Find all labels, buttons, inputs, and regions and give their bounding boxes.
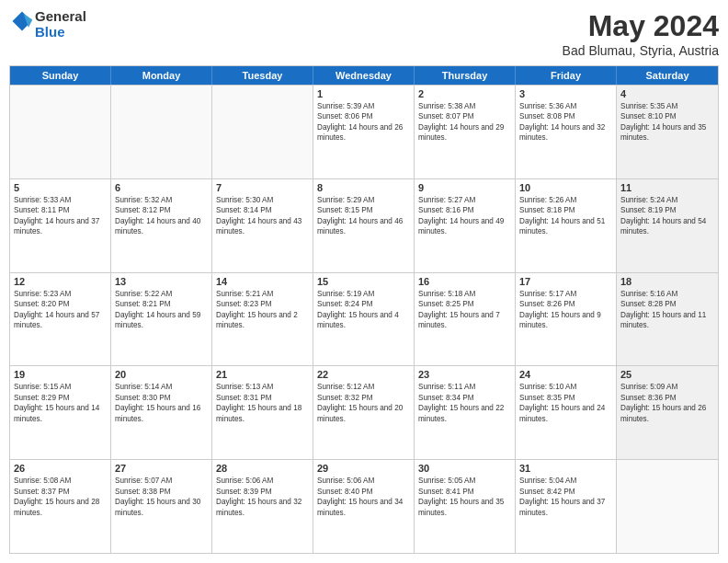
table-row (212, 86, 313, 178)
table-row (617, 460, 718, 553)
day-number: 3 (519, 88, 612, 99)
sunset-text: Sunset: 8:16 PM (418, 205, 511, 215)
table-row: 1Sunrise: 5:39 AMSunset: 8:06 PMDaylight… (313, 86, 415, 178)
calendar-header: SundayMondayTuesdayWednesdayThursdayFrid… (10, 66, 718, 85)
day-number: 13 (115, 276, 208, 287)
sunrise-text: Sunrise: 5:19 AM (317, 289, 410, 299)
sunrise-text: Sunrise: 5:13 AM (216, 382, 309, 392)
daylight-text: Daylight: 15 hours and 24 minutes. (519, 403, 612, 424)
sunrise-text: Sunrise: 5:33 AM (14, 195, 107, 205)
sunrise-text: Sunrise: 5:32 AM (115, 195, 208, 205)
sunrise-text: Sunrise: 5:15 AM (14, 382, 107, 392)
sunrise-text: Sunrise: 5:29 AM (317, 195, 410, 205)
day-number: 12 (14, 276, 107, 287)
daylight-text: Daylight: 15 hours and 16 minutes. (115, 403, 208, 424)
header-day-monday: Monday (111, 66, 212, 85)
sunset-text: Sunset: 8:38 PM (115, 487, 208, 497)
daylight-text: Daylight: 15 hours and 7 minutes. (418, 310, 511, 331)
day-number: 24 (519, 369, 612, 380)
day-number: 17 (519, 276, 612, 287)
header-day-friday: Friday (516, 66, 617, 85)
calendar-row-4: 19Sunrise: 5:15 AMSunset: 8:29 PMDayligh… (10, 365, 718, 459)
day-number: 15 (317, 276, 410, 287)
table-row: 11Sunrise: 5:24 AMSunset: 8:19 PMDayligh… (617, 179, 718, 272)
daylight-text: Daylight: 14 hours and 35 minutes. (620, 122, 714, 144)
sunset-text: Sunset: 8:06 PM (317, 111, 410, 121)
sunrise-text: Sunrise: 5:18 AM (418, 289, 511, 299)
sunrise-text: Sunrise: 5:17 AM (519, 289, 612, 299)
daylight-text: Daylight: 14 hours and 54 minutes. (620, 216, 714, 237)
calendar-row-5: 26Sunrise: 5:08 AMSunset: 8:37 PMDayligh… (10, 459, 718, 553)
sunset-text: Sunset: 8:42 PM (519, 487, 612, 497)
table-row: 10Sunrise: 5:26 AMSunset: 8:18 PMDayligh… (516, 179, 617, 272)
table-row: 30Sunrise: 5:05 AMSunset: 8:41 PMDayligh… (415, 460, 516, 553)
daylight-text: Daylight: 15 hours and 9 minutes. (519, 310, 612, 331)
table-row: 8Sunrise: 5:29 AMSunset: 8:15 PMDaylight… (313, 179, 415, 272)
table-row: 24Sunrise: 5:10 AMSunset: 8:35 PMDayligh… (516, 366, 617, 459)
sunrise-text: Sunrise: 5:11 AM (418, 382, 511, 392)
table-row: 20Sunrise: 5:14 AMSunset: 8:30 PMDayligh… (111, 366, 212, 459)
table-row: 21Sunrise: 5:13 AMSunset: 8:31 PMDayligh… (212, 366, 313, 459)
day-number: 6 (115, 182, 208, 193)
day-number: 19 (14, 369, 107, 380)
daylight-text: Daylight: 15 hours and 4 minutes. (317, 310, 410, 331)
day-number: 5 (14, 182, 107, 193)
daylight-text: Daylight: 15 hours and 14 minutes. (14, 403, 107, 424)
month-title: May 2024 (563, 9, 719, 43)
logo-line2: Blue (35, 25, 86, 40)
sunrise-text: Sunrise: 5:06 AM (216, 476, 309, 486)
daylight-text: Daylight: 15 hours and 18 minutes. (216, 403, 309, 424)
sunrise-text: Sunrise: 5:04 AM (519, 476, 612, 486)
header-day-wednesday: Wednesday (313, 66, 415, 85)
sunset-text: Sunset: 8:20 PM (14, 299, 107, 309)
daylight-text: Daylight: 14 hours and 51 minutes. (519, 216, 612, 237)
sunrise-text: Sunrise: 5:27 AM (418, 195, 511, 205)
table-row: 25Sunrise: 5:09 AMSunset: 8:36 PMDayligh… (617, 366, 718, 459)
sunset-text: Sunset: 8:28 PM (620, 299, 714, 309)
header-day-sunday: Sunday (10, 66, 111, 85)
daylight-text: Daylight: 14 hours and 29 minutes. (418, 122, 511, 144)
sunrise-text: Sunrise: 5:07 AM (115, 476, 208, 486)
table-row: 7Sunrise: 5:30 AMSunset: 8:14 PMDaylight… (212, 179, 313, 272)
day-number: 2 (418, 88, 511, 99)
table-row: 15Sunrise: 5:19 AMSunset: 8:24 PMDayligh… (313, 273, 415, 366)
day-number: 22 (317, 369, 410, 380)
sunrise-text: Sunrise: 5:14 AM (115, 382, 208, 392)
sunrise-text: Sunrise: 5:23 AM (14, 289, 107, 299)
sunset-text: Sunset: 8:15 PM (317, 205, 410, 215)
sunset-text: Sunset: 8:25 PM (418, 299, 511, 309)
daylight-text: Daylight: 15 hours and 11 minutes. (620, 310, 714, 331)
sunset-text: Sunset: 8:08 PM (519, 111, 612, 121)
sunset-text: Sunset: 8:30 PM (115, 393, 208, 403)
table-row: 12Sunrise: 5:23 AMSunset: 8:20 PMDayligh… (10, 273, 111, 366)
sunrise-text: Sunrise: 5:30 AM (216, 195, 309, 205)
calendar-row-2: 5Sunrise: 5:33 AMSunset: 8:11 PMDaylight… (10, 178, 718, 272)
sunset-text: Sunset: 8:35 PM (519, 393, 612, 403)
day-number: 26 (14, 463, 107, 474)
table-row: 17Sunrise: 5:17 AMSunset: 8:26 PMDayligh… (516, 273, 617, 366)
day-number: 23 (418, 369, 511, 380)
daylight-text: Daylight: 15 hours and 28 minutes. (14, 497, 107, 518)
sunset-text: Sunset: 8:24 PM (317, 299, 410, 309)
sunrise-text: Sunrise: 5:38 AM (418, 101, 511, 111)
calendar-row-3: 12Sunrise: 5:23 AMSunset: 8:20 PMDayligh… (10, 272, 718, 366)
sunrise-text: Sunrise: 5:39 AM (317, 101, 410, 111)
table-row: 22Sunrise: 5:12 AMSunset: 8:32 PMDayligh… (313, 366, 415, 459)
daylight-text: Daylight: 15 hours and 37 minutes. (519, 497, 612, 518)
sunset-text: Sunset: 8:40 PM (317, 487, 410, 497)
daylight-text: Daylight: 14 hours and 46 minutes. (317, 216, 410, 237)
sunrise-text: Sunrise: 5:12 AM (317, 382, 410, 392)
table-row: 5Sunrise: 5:33 AMSunset: 8:11 PMDaylight… (10, 179, 111, 272)
sunset-text: Sunset: 8:12 PM (115, 205, 208, 215)
table-row: 2Sunrise: 5:38 AMSunset: 8:07 PMDaylight… (415, 86, 516, 178)
table-row: 18Sunrise: 5:16 AMSunset: 8:28 PMDayligh… (617, 273, 718, 366)
day-number: 7 (216, 182, 309, 193)
day-number: 9 (418, 182, 511, 193)
header: General Blue May 2024 Bad Blumau, Styria… (9, 9, 719, 58)
table-row: 6Sunrise: 5:32 AMSunset: 8:12 PMDaylight… (111, 179, 212, 272)
sunrise-text: Sunrise: 5:10 AM (519, 382, 612, 392)
day-number: 18 (620, 276, 714, 287)
sunset-text: Sunset: 8:19 PM (620, 205, 714, 215)
sunset-text: Sunset: 8:23 PM (216, 299, 309, 309)
daylight-text: Daylight: 15 hours and 20 minutes. (317, 403, 410, 424)
